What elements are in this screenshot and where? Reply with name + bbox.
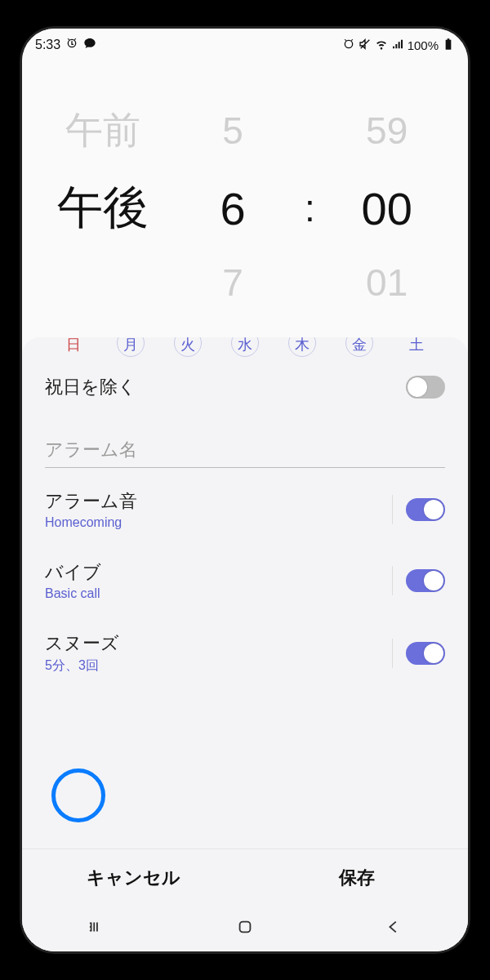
cancel-button[interactable]: キャンセル bbox=[22, 849, 245, 906]
day-thu[interactable]: 木 bbox=[288, 337, 316, 357]
svg-rect-3 bbox=[240, 922, 251, 933]
min-next[interactable]: 01 bbox=[322, 261, 452, 305]
phone-frame: 5:33 100% bbox=[22, 29, 468, 951]
sound-toggle[interactable] bbox=[406, 498, 445, 521]
alarm-icon bbox=[65, 37, 78, 53]
day-sat[interactable]: 土 bbox=[403, 337, 430, 357]
am-label[interactable]: 午前 bbox=[38, 105, 168, 156]
day-sun[interactable]: 日 bbox=[60, 337, 87, 357]
day-fri[interactable]: 金 bbox=[345, 337, 373, 357]
snooze-title: スヌーズ bbox=[45, 631, 392, 656]
day-wed[interactable]: 水 bbox=[231, 337, 259, 357]
battery-text: 100% bbox=[408, 38, 439, 52]
back-icon[interactable] bbox=[385, 918, 403, 939]
hour-current[interactable]: 6 bbox=[168, 182, 298, 235]
holiday-toggle[interactable] bbox=[406, 376, 445, 399]
day-tue[interactable]: 火 bbox=[174, 337, 202, 357]
min-prev[interactable]: 59 bbox=[322, 109, 452, 153]
holiday-title: 祝日を除く bbox=[45, 375, 406, 399]
pm-label[interactable]: 午後 bbox=[38, 177, 168, 239]
vibe-sub: Basic call bbox=[45, 586, 392, 601]
row-holiday[interactable]: 祝日を除く bbox=[22, 360, 468, 415]
vibe-title: バイブ bbox=[45, 560, 392, 585]
hour-next[interactable]: 7 bbox=[168, 261, 298, 305]
row-snooze[interactable]: スヌーズ 5分、3回 bbox=[22, 617, 468, 690]
vibe-toggle[interactable] bbox=[406, 569, 445, 592]
hour-prev[interactable]: 5 bbox=[168, 109, 298, 153]
snooze-sub: 5分、3回 bbox=[45, 657, 392, 675]
min-current[interactable]: 00 bbox=[322, 182, 452, 235]
day-selector[interactable]: 日 月 火 水 木 金 土 bbox=[22, 337, 468, 360]
row-vibe[interactable]: バイブ Basic call bbox=[22, 546, 468, 617]
save-button[interactable]: 保存 bbox=[245, 849, 468, 906]
chat-icon bbox=[83, 37, 96, 53]
row-alarm-name[interactable] bbox=[22, 415, 468, 474]
signal-icon bbox=[391, 38, 404, 53]
status-bar: 5:33 100% bbox=[22, 29, 468, 56]
statusbar-time: 5:33 bbox=[35, 38, 60, 52]
sound-sub: Homecoming bbox=[45, 515, 392, 530]
row-sound[interactable]: アラーム音 Homecoming bbox=[22, 474, 468, 546]
time-picker[interactable]: 午前 5 59 午後 6 : 00 7 01 bbox=[22, 56, 468, 337]
action-bar: キャンセル 保存 bbox=[22, 849, 468, 906]
snooze-toggle[interactable] bbox=[406, 642, 445, 665]
home-icon[interactable] bbox=[236, 918, 254, 939]
android-nav-bar bbox=[22, 906, 468, 951]
sound-title: アラーム音 bbox=[45, 489, 392, 514]
time-colon: : bbox=[297, 186, 322, 230]
day-mon[interactable]: 月 bbox=[117, 337, 145, 357]
alarm-icon-right bbox=[342, 38, 355, 53]
wifi-icon bbox=[375, 38, 388, 53]
mute-icon bbox=[359, 38, 372, 53]
battery-icon bbox=[442, 38, 455, 53]
alarm-name-input[interactable] bbox=[45, 433, 445, 468]
settings-sheet: 日 月 火 水 木 金 土 祝日を除く アラーム音 Homecoming bbox=[22, 337, 468, 951]
recents-icon[interactable] bbox=[87, 918, 105, 939]
